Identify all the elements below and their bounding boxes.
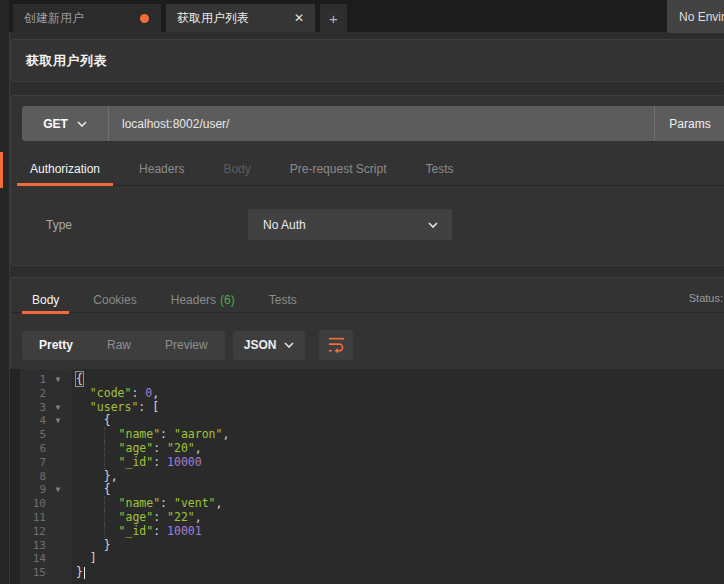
line-number: 3 bbox=[10, 401, 46, 415]
response-toolbar: Pretty Raw Preview JSON bbox=[11, 330, 353, 360]
line-number: 8 bbox=[10, 470, 46, 484]
code-line: 2 "code": 0, bbox=[10, 387, 724, 401]
view-pretty-button[interactable]: Pretty bbox=[22, 338, 90, 352]
sidebar-active-indicator bbox=[0, 152, 3, 188]
code-text: }, bbox=[70, 470, 118, 484]
url-value: localhost:8002/user/ bbox=[122, 117, 229, 131]
headers-count-badge: (6) bbox=[220, 293, 235, 307]
wrap-text-button[interactable] bbox=[319, 330, 353, 360]
tab-response-body[interactable]: Body bbox=[22, 288, 69, 312]
request-tab-get-user-list[interactable]: 获取用户列表 ✕ bbox=[166, 4, 315, 32]
auth-type-select[interactable]: No Auth bbox=[248, 209, 452, 240]
close-icon[interactable]: ✕ bbox=[294, 11, 304, 25]
code-line: 10 "name": "vent", bbox=[10, 497, 724, 511]
line-number: 15 bbox=[10, 566, 46, 580]
auth-type-value: No Auth bbox=[248, 218, 306, 232]
environment-select[interactable]: No Envir bbox=[667, 0, 724, 33]
tab-response-tests[interactable]: Tests bbox=[259, 288, 307, 312]
wrap-text-icon bbox=[328, 337, 345, 353]
code-text: "age": "22", bbox=[70, 511, 202, 525]
fold-caret-icon[interactable]: ▼ bbox=[46, 414, 70, 428]
code-text: { bbox=[70, 414, 111, 428]
code-text: "users": [ bbox=[70, 401, 159, 415]
page-title: 获取用户列表 bbox=[11, 52, 107, 70]
code-line: 1▼{ bbox=[10, 373, 724, 387]
method-select[interactable]: GET bbox=[22, 106, 109, 141]
line-number: 13 bbox=[10, 539, 46, 553]
code-line: 5 "name": "aaron", bbox=[10, 428, 724, 442]
unsaved-dot-icon bbox=[140, 14, 149, 23]
params-label: Params bbox=[669, 117, 710, 131]
tab-headers[interactable]: Headers bbox=[126, 153, 197, 185]
code-text: { bbox=[70, 373, 83, 387]
text-cursor bbox=[84, 567, 85, 579]
code-text: } bbox=[70, 566, 85, 580]
status-label: Status: bbox=[689, 292, 723, 304]
tab-title: 获取用户列表 bbox=[166, 10, 294, 27]
code-text: } bbox=[70, 539, 111, 553]
method-label: GET bbox=[43, 117, 68, 131]
line-number: 2 bbox=[10, 387, 46, 401]
code-line: 12 "_id": 10001 bbox=[10, 525, 724, 539]
auth-type-label: Type bbox=[46, 218, 72, 232]
code-text: "code": 0, bbox=[70, 387, 159, 401]
response-section-tabs: Body Cookies Headers (6) Tests bbox=[11, 288, 724, 313]
format-value: JSON bbox=[244, 338, 277, 352]
code-text: "name": "vent", bbox=[70, 497, 222, 511]
line-number: 9 bbox=[10, 483, 46, 497]
code-line: 13 } bbox=[10, 539, 724, 553]
fold-caret-icon[interactable]: ▼ bbox=[46, 483, 70, 497]
request-builder-card: GET localhost:8002/user/ Params Authoriz… bbox=[10, 95, 724, 266]
url-input[interactable]: localhost:8002/user/ bbox=[109, 106, 654, 141]
view-preview-button[interactable]: Preview bbox=[148, 338, 225, 352]
tab-response-cookies[interactable]: Cookies bbox=[83, 288, 146, 312]
format-select[interactable]: JSON bbox=[233, 331, 306, 360]
code-text: ] bbox=[70, 552, 97, 566]
line-number: 14 bbox=[10, 552, 46, 566]
code-line: 14 ] bbox=[10, 552, 724, 566]
code-line: 4▼ { bbox=[10, 414, 724, 428]
code-line: 11 "age": "22", bbox=[10, 511, 724, 525]
view-raw-button[interactable]: Raw bbox=[90, 338, 148, 352]
line-number: 12 bbox=[10, 525, 46, 539]
fold-caret-icon[interactable]: ▼ bbox=[46, 401, 70, 415]
params-button[interactable]: Params bbox=[654, 106, 724, 141]
line-number: 6 bbox=[10, 442, 46, 456]
tab-tests[interactable]: Tests bbox=[412, 153, 466, 185]
code-line: 7 "_id": 10000 bbox=[10, 456, 724, 470]
response-body-editor[interactable]: 1▼{2 "code": 0,3▼ "users": [4▼ {5 "name"… bbox=[10, 369, 724, 584]
headers-label: Headers bbox=[171, 293, 216, 307]
code-text: "_id": 10001 bbox=[70, 525, 202, 539]
code-text: "age": "20", bbox=[70, 442, 202, 456]
line-number: 11 bbox=[10, 511, 46, 525]
chevron-down-icon bbox=[428, 222, 438, 228]
code-line: 6 "age": "20", bbox=[10, 442, 724, 456]
fold-caret-icon[interactable]: ▼ bbox=[46, 373, 70, 387]
line-number: 1 bbox=[10, 373, 46, 387]
line-number: 7 bbox=[10, 456, 46, 470]
code-line: 3▼ "users": [ bbox=[10, 401, 724, 415]
tab-body[interactable]: Body bbox=[210, 153, 263, 185]
request-tab-create-user[interactable]: 创建新用户 bbox=[13, 4, 161, 32]
request-section-tabs: Authorization Headers Body Pre-request S… bbox=[11, 153, 724, 186]
sidebar-strip bbox=[0, 0, 10, 584]
request-name-card: 获取用户列表 bbox=[10, 39, 724, 82]
response-card: Body Cookies Headers (6) Tests Status: P… bbox=[10, 277, 724, 584]
code-text: "_id": 10000 bbox=[70, 456, 202, 470]
code-line: 8 }, bbox=[10, 470, 724, 484]
line-number: 10 bbox=[10, 497, 46, 511]
url-bar: GET localhost:8002/user/ Params bbox=[22, 106, 724, 141]
code-text: "name": "aaron", bbox=[70, 428, 229, 442]
tab-authorization[interactable]: Authorization bbox=[17, 153, 113, 185]
code-lines: 1▼{2 "code": 0,3▼ "users": [4▼ {5 "name"… bbox=[10, 373, 724, 580]
code-text: { bbox=[70, 483, 111, 497]
chevron-down-icon bbox=[284, 342, 294, 348]
new-tab-button[interactable]: + bbox=[320, 4, 347, 32]
code-line: 15} bbox=[10, 566, 724, 580]
view-mode-group: Pretty Raw Preview bbox=[22, 331, 225, 360]
request-tabbar: 创建新用户 获取用户列表 ✕ + bbox=[9, 0, 724, 32]
tab-response-headers[interactable]: Headers (6) bbox=[161, 288, 245, 312]
tab-pre-request-script[interactable]: Pre-request Script bbox=[277, 153, 400, 185]
line-number: 4 bbox=[10, 414, 46, 428]
line-number: 5 bbox=[10, 428, 46, 442]
